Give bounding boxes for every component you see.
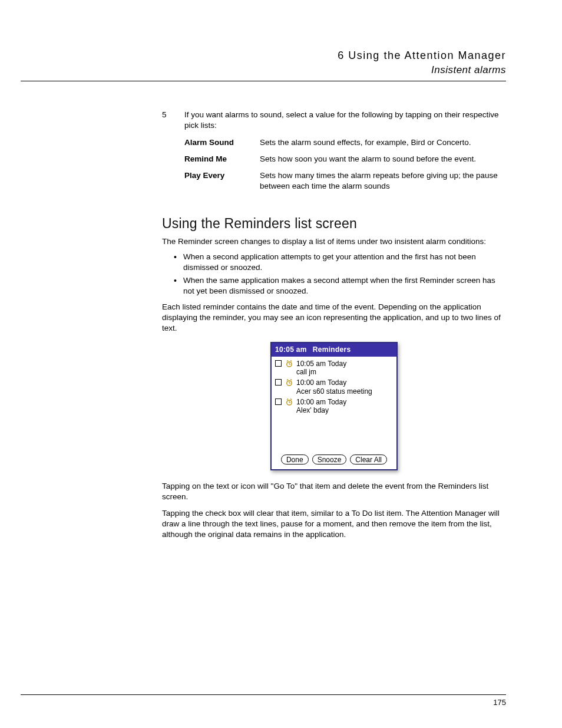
step-text: If you want alarms to sound, select a va…: [184, 110, 506, 131]
bullet-list: When a second application attempts to ge…: [174, 252, 506, 297]
reminder-time: 10:05 am Today: [296, 360, 346, 368]
alarm-clock-icon: [285, 360, 293, 367]
def-term: Remind Me: [184, 154, 260, 164]
reminder-checkbox[interactable]: [275, 360, 282, 367]
footer-rule: [21, 694, 506, 695]
reminder-time: 10:00 am Today: [296, 398, 346, 406]
palm-titlebar: 10:05 amReminders: [272, 343, 396, 356]
palm-title: Reminders: [313, 345, 351, 354]
svg-line-14: [290, 399, 292, 400]
def-desc: Sets the alarm sound effects, for exampl…: [260, 137, 506, 148]
reminder-desc: Alex' bday: [296, 406, 393, 414]
reminder-text[interactable]: 10:00 am Today Acer s60 status meeting: [296, 378, 393, 396]
heading-reminders: Using the Reminders list screen: [162, 215, 506, 233]
palm-body: 10:05 am Today call jm 10:00 am Today Ac…: [272, 357, 396, 451]
reminder-item[interactable]: 10:05 am Today call jm: [275, 360, 393, 377]
def-row: Remind Me Sets how soon you want the ala…: [184, 154, 506, 164]
def-term: Play Every: [184, 170, 260, 192]
section-title: Insistent alarms: [56, 64, 506, 77]
running-header: 6 Using the Attention Manager Insistent …: [56, 48, 506, 77]
alarm-clock-icon: [285, 379, 293, 386]
svg-line-3: [287, 360, 288, 361]
page-number: 175: [493, 697, 506, 708]
reminder-item[interactable]: 10:00 am Today Acer s60 status meeting: [275, 378, 393, 396]
palm-button-row: Done Snooze Clear All: [272, 451, 396, 469]
reminder-desc: call jm: [296, 368, 393, 376]
page-container: 6 Using the Attention Manager Insistent …: [0, 0, 562, 541]
step-body: If you want alarms to sound, select a va…: [184, 110, 506, 197]
numbered-step: 5 If you want alarms to sound, select a …: [162, 110, 506, 197]
svg-line-9: [290, 380, 292, 381]
intro-paragraph: The Reminder screen changes to display a…: [162, 236, 506, 247]
reminder-text[interactable]: 10:05 am Today call jm: [296, 360, 393, 377]
palm-window: 10:05 amReminders 10:05 am Today call jm: [270, 342, 398, 470]
snooze-button[interactable]: Snooze: [312, 454, 347, 465]
reminder-item[interactable]: 10:00 am Today Alex' bday: [275, 398, 393, 415]
reminder-text[interactable]: 10:00 am Today Alex' bday: [296, 398, 393, 415]
clear-all-button[interactable]: Clear All: [350, 454, 387, 465]
done-button[interactable]: Done: [281, 454, 309, 465]
svg-line-8: [287, 380, 288, 381]
paragraph: Each listed reminder contains the date a…: [162, 302, 506, 334]
svg-line-13: [287, 399, 288, 400]
def-row: Play Every Sets how many times the alarm…: [184, 170, 506, 192]
chapter-title: 6 Using the Attention Manager: [56, 48, 506, 62]
reminder-checkbox[interactable]: [275, 398, 282, 405]
embedded-screenshot: 10:05 amReminders 10:05 am Today call jm: [162, 342, 506, 470]
main-content: 5 If you want alarms to sound, select a …: [162, 110, 506, 540]
paragraph: Tapping the check box will clear that it…: [162, 508, 506, 541]
bullet-item: When the same application makes a second…: [174, 275, 506, 297]
alarm-clock-icon: [285, 398, 293, 406]
step-number: 5: [162, 110, 184, 197]
reminder-checkbox[interactable]: [275, 379, 282, 386]
header-rule: [21, 81, 506, 81]
definition-list: Alarm Sound Sets the alarm sound effects…: [184, 137, 506, 192]
paragraph: Tapping on the text or icon will "Go To"…: [162, 481, 506, 502]
reminder-desc: Acer s60 status meeting: [296, 387, 393, 396]
def-row: Alarm Sound Sets the alarm sound effects…: [184, 137, 506, 148]
def-desc: Sets how many times the alarm repeats be…: [260, 170, 506, 192]
reminder-time: 10:00 am Today: [296, 378, 346, 387]
palm-time: 10:05 am: [275, 345, 307, 354]
svg-line-4: [290, 360, 292, 361]
bullet-item: When a second application attempts to ge…: [174, 252, 506, 273]
def-desc: Sets how soon you want the alarm to soun…: [260, 154, 506, 164]
def-term: Alarm Sound: [184, 137, 260, 148]
